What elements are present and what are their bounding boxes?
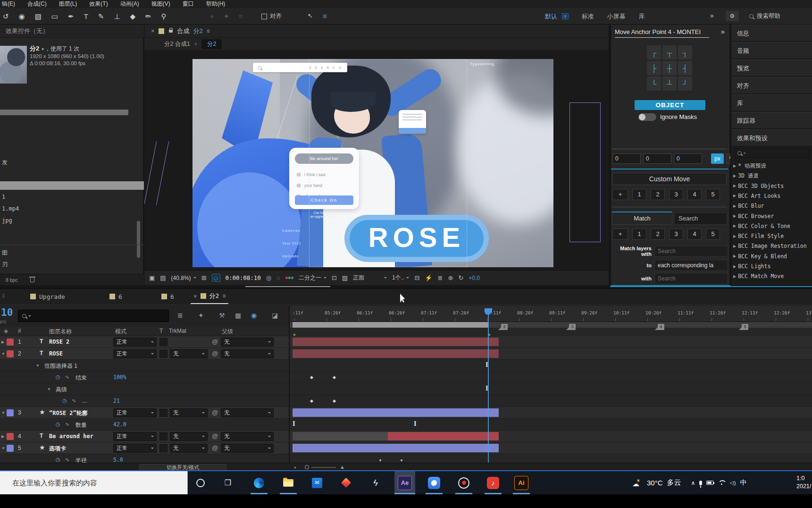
twirl-icon[interactable]: ▼ [36,364,40,368]
horizontal-scrollbar[interactable] [0,110,128,115]
graph-toggle-icon[interactable]: ∿ [65,457,69,463]
graph-toggle-icon[interactable]: ∿ [65,374,69,380]
property-row[interactable]: ▼范围选择器 1 [0,360,289,372]
layer-row[interactable]: ▼5★选项卡正常无@无 [0,442,289,454]
vertical-scrollbar[interactable] [137,221,140,258]
workspace-2[interactable]: 标准 [582,12,594,21]
pixel-aspect-icon[interactable]: ⊟ [414,274,419,281]
twirl-icon[interactable]: ▶ [1,340,4,344]
layer-name[interactable]: Be around her [49,433,93,440]
layer-color-swatch[interactable] [7,350,14,357]
effect-category[interactable]: ▶BCC Blur [733,203,812,209]
preset-button-5[interactable]: 5 [706,229,720,240]
layer-color-swatch[interactable] [7,409,14,416]
timeline-tab[interactable]: ×分2≡ [191,289,228,304]
preset-button-1[interactable]: 1 [632,229,646,240]
match-with-input[interactable]: Search [654,273,728,284]
file-explorer-button[interactable] [278,471,299,494]
twirl-icon[interactable]: ▶ [733,194,736,198]
property-value[interactable]: 42.0 [113,421,126,428]
preserve-transparency-toggle[interactable] [159,409,167,417]
battery-icon[interactable] [706,481,713,485]
anchor-grid-cell[interactable]: ├ [647,61,661,75]
twirl-icon[interactable]: ▶ [733,164,736,168]
blend-mode-select[interactable]: 正常 [113,338,157,347]
column-t[interactable]: T [159,328,163,334]
project-item[interactable]: jpg [2,217,12,224]
menu-item-6[interactable]: 窗口 [176,0,200,8]
anchor-grid-cell[interactable]: └ [647,76,661,91]
property-value[interactable]: 21 [113,398,120,404]
composition-marker[interactable]: 4 [658,324,664,330]
menu-item-3[interactable]: 效果(T) [83,0,114,8]
composition-frame[interactable]: S E A R C H Typesetting PUGRADE Be aroun… [193,59,553,267]
composition-tab-name[interactable]: 分2 [193,27,203,35]
playhead-line[interactable] [488,309,489,463]
motion-blur-icon[interactable]: ◉ [251,312,257,319]
search-help[interactable]: 搜索帮助 [749,8,780,25]
offset-input[interactable]: 0 [643,153,671,164]
graph-toggle-icon[interactable]: ∿ [65,421,69,427]
property-row[interactable]: ◷∿...21 [0,395,289,407]
blue-app-button[interactable] [424,471,444,494]
anchor-grid-cell[interactable]: ┴ [662,76,677,91]
zoom-in-icon[interactable]: ▲ [340,464,345,470]
rotation-tool[interactable]: ↺ [3,12,9,21]
property-row[interactable]: ◷∿数量42.0 [0,419,289,431]
shape-tool[interactable]: ▭ [51,12,58,21]
trash-icon[interactable] [30,278,34,282]
task-view-button[interactable]: ❐ [218,471,238,494]
project-bit-depth[interactable]: 8 bpc [0,274,144,285]
monitor-icon[interactable]: ▤ [160,274,166,281]
workspace-settings-icon[interactable]: ⚙ [726,11,739,21]
lightning-app-button[interactable]: ϟ [365,471,386,494]
weather-desc[interactable]: 多云 [667,478,681,487]
layer-name[interactable]: “ROSE 2”轮廓 [49,409,88,417]
workspace-3[interactable]: 小屏幕 [607,12,626,21]
preset-button-4[interactable]: 4 [687,189,702,200]
layer-color-swatch[interactable] [7,445,14,452]
effect-category[interactable]: ▶BCC Film Style [733,233,812,239]
hold-keyframe-icon[interactable]: ▼ [400,458,403,463]
preset-button-4[interactable]: 4 [687,229,702,240]
trkmat-select[interactable]: 无 [170,349,208,358]
graph-editor-icon[interactable]: ◪ [272,312,278,319]
twirl-icon[interactable]: ▶ [733,244,736,248]
eraser-tool[interactable]: ◆ [130,12,135,21]
mask-path-line[interactable] [144,141,157,205]
tab-search-select[interactable]: Search [674,212,727,225]
fast-preview-icon[interactable]: ⚡ [425,274,432,281]
view-layout-select[interactable]: 1个.. [392,274,409,282]
screen-recorder-button[interactable] [453,471,474,494]
effect-category[interactable]: ▶BCC Browser [733,213,812,220]
show-snapshot-icon[interactable]: ◌ [276,274,280,281]
taskbar-search-input[interactable]: 在这里输入你要搜索的内容 [0,471,188,494]
panel-tab-3[interactable]: 预览 [731,59,812,76]
workspace-overflow-button[interactable]: » [710,12,714,19]
diamond-app-button[interactable] [335,471,356,494]
layer-duration-bar[interactable] [293,408,499,417]
layer-row[interactable]: ▼2TROSE正常无@无 [0,348,289,360]
effect-category[interactable]: ▶BCC 3D Objects [733,183,812,189]
offset-input[interactable]: 0 [612,153,641,164]
work-area-active[interactable] [293,322,488,328]
zoom-out-icon[interactable]: ▲ [293,466,297,469]
hold-keyframe-icon[interactable]: ▼ [378,458,382,463]
preserve-transparency-toggle[interactable] [159,350,167,358]
parent-select[interactable]: 无 [221,408,274,417]
timeline-track-area[interactable]: :11f05:26f06:11f06:26f07:11f07:26f08:11f… [289,306,812,463]
layer-name[interactable]: ROSE 2 [49,339,69,345]
preserve-transparency-toggle[interactable] [159,444,167,452]
twirl-icon[interactable]: ▶ [733,274,736,279]
column-trkmat[interactable]: TrkMat [169,328,186,334]
effect-category[interactable]: ▶BCC Image Restoration [733,243,812,249]
layer-duration-bar-segment[interactable] [388,432,499,440]
composition-marker[interactable]: 2 [501,324,508,330]
twirl-icon[interactable]: ▶ [733,234,736,238]
panel-tab-4[interactable]: 对齐 [731,77,812,94]
parent-pickwhip-icon[interactable]: @ [212,432,218,440]
unified-camera-tool[interactable]: ◉ [19,12,25,21]
reset-exposure-icon[interactable]: ↻ [458,274,463,281]
twirl-icon[interactable]: ▼ [1,352,5,356]
parent-pickwhip-icon[interactable]: @ [212,350,218,357]
